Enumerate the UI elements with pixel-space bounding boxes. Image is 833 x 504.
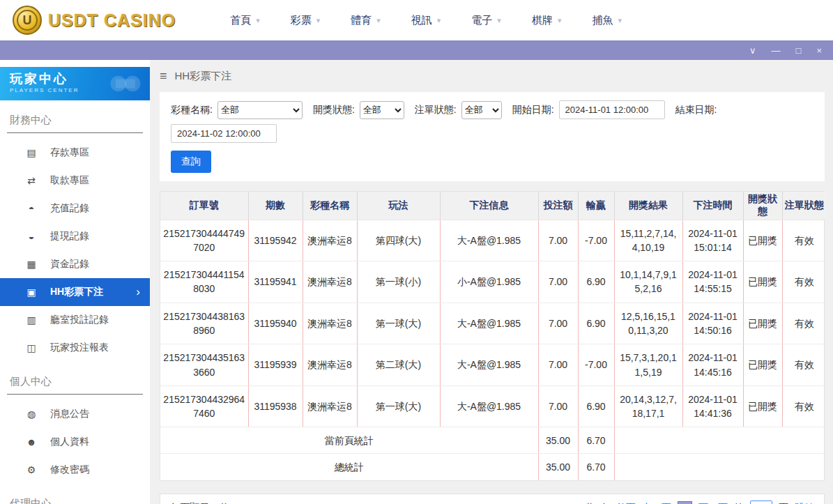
column-header-bet-info: 下注信息	[440, 192, 538, 220]
sidebar-item-deposit[interactable]: ▤存款專區	[0, 139, 150, 167]
sidebar-item-hall-bet-records[interactable]: ▥廳室投註記錄	[0, 306, 150, 334]
cell-bet-info: 大-A盤@1.985	[440, 220, 538, 261]
page-title: HH彩票下注	[175, 70, 232, 83]
brand-name: USDT CASINO	[48, 10, 176, 31]
order-status-select[interactable]: 全部	[461, 101, 502, 119]
start-date-label: 開始日期:	[512, 104, 554, 116]
chevron-down-icon[interactable]: ∨	[749, 46, 756, 55]
filter-panel: 彩種名稱: 全部 開獎狀態: 全部 注單狀態: 全部 開始日期: 結束日期:	[160, 92, 825, 181]
coin-icon: U	[13, 6, 42, 35]
current-page-indicator[interactable]: 1	[678, 501, 692, 504]
cell-order-id: 2152173044329647460	[160, 385, 248, 427]
cell-draw-result: 20,14,3,12,7,18,17,1	[614, 385, 682, 427]
hamburger-icon[interactable]: ≡	[160, 69, 167, 84]
cell-bet-time: 2024-11-01 14:45:16	[682, 344, 743, 386]
app-shell: 玩家中心 PLAYERS CENTER 財務中心▤存款專區⇄取款專區◓充值記錄◒…	[0, 60, 833, 504]
sidebar-item-player-bet-report[interactable]: ◫玩家投注報表	[0, 334, 150, 362]
cell-draw-result: 15,7,3,1,20,11,5,19	[614, 344, 682, 386]
sidebar-item-withdrawal-records[interactable]: ◒提現記錄	[0, 222, 150, 250]
nav-item-sports[interactable]: 體育▾	[351, 14, 381, 27]
table-summary: 當前頁統計 35.00 6.70 總統計 35.00 6.70	[160, 427, 826, 480]
start-date-input[interactable]	[559, 100, 665, 119]
sidebar-item-funds-records[interactable]: ▦資金記錄	[0, 250, 150, 278]
grand-summary-bet-total: 35.00	[538, 454, 578, 480]
search-button[interactable]: 查詢	[171, 151, 211, 173]
cell-bet-time: 2024-11-01 15:01:14	[682, 220, 743, 261]
pagination-controls: 共5条 首页 上一页 1 下一页 第 页 跳转	[585, 501, 814, 504]
sidebar-item-recharge-records[interactable]: ◓充值記錄	[0, 194, 150, 222]
draw-status-label: 開獎狀態:	[313, 104, 355, 116]
page-summary-label: 當前頁統計	[160, 427, 538, 454]
close-icon[interactable]: ×	[816, 46, 822, 55]
cell-draw-status: 已開獎	[743, 261, 782, 303]
cell-lottery-name: 澳洲幸运8	[303, 303, 357, 344]
nav-item-label: 棋牌	[532, 14, 553, 27]
cell-lottery-name: 澳洲幸运8	[303, 344, 357, 386]
cell-period: 31195939	[248, 344, 303, 386]
cell-bet-time: 2024-11-01 14:50:16	[682, 303, 743, 344]
cell-bet-amount: 7.00	[538, 303, 578, 344]
cell-lottery-name: 澳洲幸运8	[303, 220, 357, 261]
sidebar-item-label: 修改密碼	[50, 464, 89, 476]
grand-summary-win-loss-total: 6.70	[578, 454, 614, 480]
nav-item-card-games[interactable]: 棋牌▾	[532, 14, 562, 27]
sidebar-item-profile[interactable]: ☻個人資料	[0, 428, 150, 456]
cell-win-loss: 6.90	[578, 385, 614, 427]
cell-bet-amount: 7.00	[538, 261, 578, 303]
main-nav: 首頁▾彩票▾體育▾視訊▾電子▾棋牌▾捕魚▾	[230, 14, 622, 27]
grand-summary-empty	[614, 454, 826, 480]
cell-bet-info: 大-A盤@1.985	[440, 344, 538, 386]
column-header-bet-time: 下注時間	[682, 192, 743, 220]
recharge-record-icon: ◓	[25, 203, 38, 214]
pagination-bar: 每頁顯示20條 共5条 首页 上一页 1 下一页 第 页 跳转	[160, 494, 825, 504]
cell-play-type: 第一球(大)	[357, 385, 440, 427]
deposit-icon: ▤	[25, 147, 38, 158]
nav-item-slots[interactable]: 電子▾	[471, 14, 501, 27]
chevron-down-icon: ▾	[497, 16, 501, 25]
nav-item-home[interactable]: 首頁▾	[230, 14, 260, 27]
table-row: 215217304438163896031195940澳洲幸运8第一球(大)大-…	[160, 303, 826, 344]
hall-bet-icon: ▥	[25, 314, 38, 326]
lottery-name-select[interactable]: 全部	[217, 101, 303, 119]
nav-item-label: 彩票	[291, 14, 312, 27]
section-title: 代理中心	[7, 494, 143, 504]
nav-item-fishing[interactable]: 捕魚▾	[592, 14, 622, 27]
table-row: 215217304444749702031195942澳洲幸运8第四球(大)大-…	[160, 220, 826, 261]
sidebar-item-label: 玩家投注報表	[50, 342, 109, 354]
page-summary-row: 當前頁統計 35.00 6.70	[160, 427, 826, 454]
sidebar-item-hh-lottery-bets[interactable]: ▣HH彩票下注›	[0, 278, 150, 306]
grand-summary-label: 總統計	[160, 454, 538, 480]
cell-period: 31195941	[248, 261, 303, 303]
sidebar-item-announcements[interactable]: ◍消息公告	[0, 400, 150, 428]
cell-bet-amount: 7.00	[538, 344, 578, 386]
chevron-down-icon: ▾	[256, 16, 260, 25]
cell-draw-result: 12,5,16,15,10,11,3,20	[614, 303, 682, 344]
sidebar-item-change-password[interactable]: ⚙修改密碼	[0, 456, 150, 484]
bell-icon: ◍	[25, 408, 38, 420]
chevron-down-icon: ▾	[376, 16, 381, 25]
maximize-icon[interactable]: □	[796, 46, 802, 55]
cell-bet-info: 大-A盤@1.985	[440, 385, 538, 427]
nav-item-lottery[interactable]: 彩票▾	[291, 14, 321, 27]
sidebar: 玩家中心 PLAYERS CENTER 財務中心▤存款專區⇄取款專區◓充值記錄◒…	[0, 60, 150, 504]
window-titlebar: ∨—□×	[0, 40, 833, 60]
end-date-input[interactable]	[171, 124, 277, 143]
draw-status-select[interactable]: 全部	[360, 101, 404, 119]
nav-item-label: 體育	[351, 14, 372, 27]
app-window: U USDT CASINO 首頁▾彩票▾體育▾視訊▾電子▾棋牌▾捕魚▾ ∨—□×…	[0, 0, 833, 504]
cell-order-status: 有效	[782, 303, 826, 344]
cell-win-loss: 6.90	[578, 261, 614, 303]
minimize-icon[interactable]: —	[772, 46, 781, 55]
cell-bet-time: 2024-11-01 14:41:36	[682, 385, 743, 427]
nav-item-live-video[interactable]: 視訊▾	[411, 14, 441, 27]
cell-lottery-name: 澳洲幸运8	[303, 385, 357, 427]
page-summary-bet-total: 35.00	[538, 427, 578, 454]
sidebar-item-withdraw[interactable]: ⇄取款專區	[0, 167, 150, 194]
column-header-period: 期數	[248, 192, 303, 220]
section-title: 個人中心	[7, 372, 143, 395]
cell-bet-time: 2024-11-01 14:55:15	[682, 261, 743, 303]
cell-order-status: 有效	[782, 261, 826, 303]
logo: U USDT CASINO	[13, 6, 176, 35]
jump-page-input[interactable]	[750, 501, 772, 504]
chevron-down-icon: ▾	[558, 16, 562, 25]
